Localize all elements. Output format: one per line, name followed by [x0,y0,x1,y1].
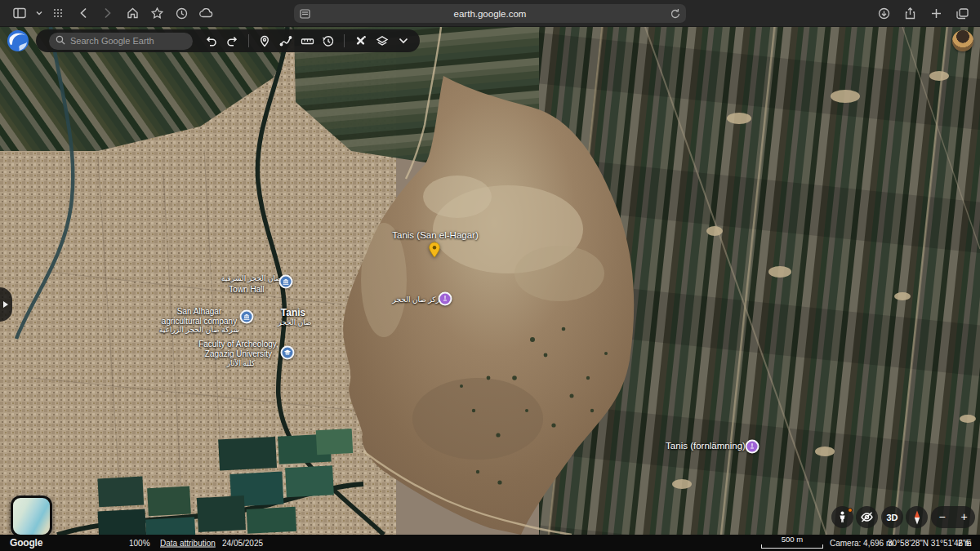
place-label-faculty-line1[interactable]: Faculty of Archeology, [198,340,278,349]
place-label-district-arabic[interactable]: صان الحجر الشرقية [221,274,282,282]
elevation: 2 m [958,539,972,548]
scale-bar [761,544,823,549]
place-label-tanis-city-arabic[interactable]: صان الحجر [278,318,311,327]
account-avatar[interactable] [952,30,973,51]
status-bar: Google 100% Data attribution 24/05/2025 … [0,535,980,551]
place-label-company-arabic[interactable]: شركة صان الحجر الزراعية [159,326,239,334]
reload-icon[interactable] [670,8,680,19]
zoom-in-button[interactable]: + [953,507,975,527]
place-label-faculty-line2[interactable]: Zagazig University [205,349,272,358]
university-marker-icon[interactable] [281,346,295,360]
toolbar-divider [248,34,249,47]
data-attribution-link[interactable]: Data attribution [160,539,216,548]
undo-icon[interactable] [201,31,220,51]
toolbar-collapse-chevron-icon[interactable] [394,31,413,51]
markaz-marker-icon[interactable] [439,292,452,306]
new-tab-plus-icon[interactable] [926,4,946,24]
pegman-streetview-button[interactable] [831,506,853,528]
company-marker-icon[interactable] [240,310,254,324]
zoom-percent: 100% [129,539,150,548]
expand-arrow-icon [3,301,8,308]
satellite-imagery [0,27,980,535]
map-viewport[interactable]: Tanis (San el-Hagar) صان الحجر الشرقية T… [0,27,980,535]
search-icon [56,33,65,48]
3d-toggle-button[interactable]: 3D [881,506,903,528]
forward-icon[interactable] [98,3,118,23]
page-settings-icon[interactable] [300,9,310,19]
zoom-out-button[interactable]: − [931,507,953,527]
place-label-tanis-site[interactable]: Tanis (San el-Hagar) [392,230,478,240]
place-label-town-hall[interactable]: Town Hall [229,285,264,294]
search-input[interactable] [70,36,186,46]
fornlamning-marker-icon[interactable] [746,440,760,454]
draw-path-icon[interactable] [276,31,296,51]
imagery-date: 24/05/2025 [222,539,263,548]
camera-altitude: Camera: 4,696 m [830,539,893,548]
tab-overview-icon[interactable] [952,4,972,24]
place-label-markaz-arabic[interactable]: مركز صان الحجر [393,295,444,304]
scale-label: 500 m [761,535,823,544]
historical-imagery-icon[interactable] [318,31,338,51]
downloads-icon[interactable] [874,4,893,24]
toolbar-divider [344,34,345,47]
address-bar[interactable]: earth.google.com [294,4,686,23]
map-style-minimap-button[interactable] [11,495,52,537]
home-icon[interactable] [122,3,142,23]
browser-toolbar: earth.google.com [0,0,980,27]
placemark-pin-icon[interactable] [254,31,274,51]
crossed-tools-icon[interactable] [350,31,370,51]
tab-group-grid-icon[interactable] [49,3,69,23]
town-hall-marker-icon[interactable] [279,275,293,289]
yellow-pin-icon[interactable] [429,242,440,261]
cloud-tabs-icon[interactable] [196,3,216,23]
layers-icon[interactable] [372,31,392,51]
place-label-tanis-city[interactable]: Tanis [281,307,305,318]
redo-icon[interactable] [222,31,242,51]
back-icon[interactable] [74,3,93,23]
measure-ruler-icon[interactable] [297,31,317,51]
3d-label: 3D [886,513,898,522]
search-box[interactable] [49,33,193,50]
place-label-faculty-arabic[interactable]: كلية الآثار [227,359,256,367]
history-clock-icon[interactable] [172,3,191,23]
google-earth-logo[interactable] [7,29,29,52]
place-label-fornlamning[interactable]: Tanis (fornlämning) [666,441,746,451]
compass[interactable] [906,506,928,528]
google-logo: Google [10,537,42,549]
map-scale: 500 m [761,535,823,549]
share-icon[interactable] [900,4,920,24]
hide-labels-button[interactable] [856,506,878,528]
place-label-company-line2[interactable]: agricultural company [162,317,237,326]
favorites-star-icon[interactable] [147,3,167,23]
pegman-notification-dot [848,508,853,513]
sidebar-chevron-icon[interactable] [34,3,44,23]
zoom-control: − + [931,506,975,528]
sidebar-toggle-icon[interactable] [10,3,29,23]
place-label-company-line1[interactable]: San Alhagar [177,307,222,316]
url-text: earth.google.com [454,9,527,19]
